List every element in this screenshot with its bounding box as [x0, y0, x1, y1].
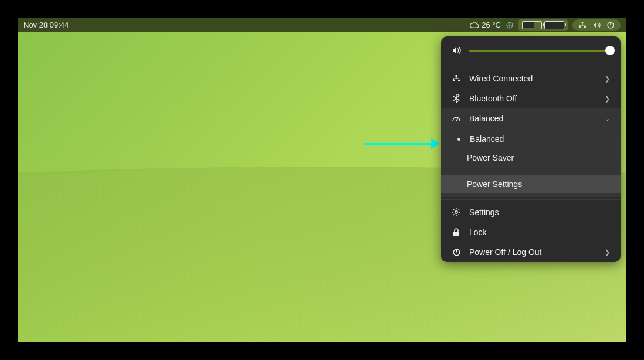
power-icon — [606, 21, 615, 29]
power-mode-option-power-saver[interactable]: Power Saver — [441, 148, 621, 167]
power-mode-submenu: Balanced Power Saver Power Settings — [441, 128, 621, 197]
battery-icon — [544, 21, 564, 29]
power-mode-menu-item[interactable]: Balanced ⌄ — [441, 108, 621, 128]
chevron-down-icon: ⌄ — [605, 115, 610, 123]
option-label: Balanced — [470, 134, 504, 144]
volume-slider[interactable] — [469, 50, 610, 52]
menu-separator — [441, 199, 621, 200]
volume-slider-row — [441, 36, 621, 63]
volume-thumb[interactable] — [605, 46, 615, 55]
option-label: Power Settings — [467, 179, 522, 189]
battery-indicator[interactable] — [518, 19, 568, 31]
settings-menu-item[interactable]: Settings — [441, 202, 621, 222]
system-menu: Wired Connected ❯ Bluetooth Off ❯ Balanc… — [441, 36, 621, 262]
annotation-arrow — [364, 138, 440, 150]
network-menu-item[interactable]: Wired Connected ❯ — [441, 69, 621, 89]
menu-separator — [441, 66, 621, 66]
svg-rect-6 — [456, 75, 457, 77]
bluetooth-menu-item[interactable]: Bluetooth Off ❯ — [441, 89, 621, 108]
power-off-menu-item[interactable]: Power Off / Log Out ❯ — [441, 242, 621, 262]
svg-rect-1 — [582, 22, 584, 23]
selected-bullet-icon — [457, 138, 460, 141]
top-bar: Nov 28 09:44 26 °C — [18, 18, 626, 32]
chevron-right-icon: ❯ — [605, 95, 610, 103]
svg-rect-3 — [584, 26, 586, 28]
gear-icon — [452, 208, 461, 217]
network-icon — [452, 74, 461, 83]
lock-menu-item[interactable]: Lock — [441, 222, 621, 242]
volume-icon — [452, 46, 461, 55]
svg-rect-2 — [579, 26, 581, 28]
chevron-right-icon: ❯ — [605, 75, 610, 83]
lock-label: Lock — [469, 227, 610, 237]
bluetooth-label: Bluetooth Off — [469, 94, 596, 103]
cloud-icon — [470, 22, 479, 29]
svg-rect-7 — [453, 80, 455, 81]
svg-rect-12 — [453, 232, 459, 236]
settings-label: Settings — [469, 208, 610, 217]
bluetooth-icon — [452, 94, 461, 103]
svg-point-10 — [456, 120, 457, 121]
svg-rect-8 — [458, 80, 460, 81]
desktop-frame: Nov 28 09:44 26 °C — [18, 18, 626, 342]
status-menu-trigger[interactable] — [572, 19, 621, 31]
power-icon — [452, 248, 461, 257]
network-icon — [578, 21, 587, 29]
power-mode-label: Balanced — [469, 114, 596, 123]
power-settings-item[interactable]: Power Settings — [441, 175, 621, 193]
temperature-label: 26 °C — [482, 21, 501, 29]
option-label: Power Saver — [467, 153, 514, 162]
weather-indicator[interactable]: 26 °C — [470, 21, 501, 29]
clock-label[interactable]: Nov 28 09:44 — [23, 21, 69, 29]
chevron-right-icon: ❯ — [605, 249, 610, 256]
network-label: Wired Connected — [469, 74, 596, 83]
lock-icon — [452, 227, 461, 237]
svg-point-11 — [455, 211, 457, 213]
power-off-label: Power Off / Log Out — [469, 247, 596, 257]
battery-icon — [522, 21, 542, 29]
submenu-separator — [467, 171, 610, 171]
speedometer-icon — [452, 114, 461, 123]
volume-icon — [592, 21, 601, 29]
power-mode-option-balanced[interactable]: Balanced — [441, 130, 621, 148]
input-source-icon[interactable] — [506, 21, 514, 29]
